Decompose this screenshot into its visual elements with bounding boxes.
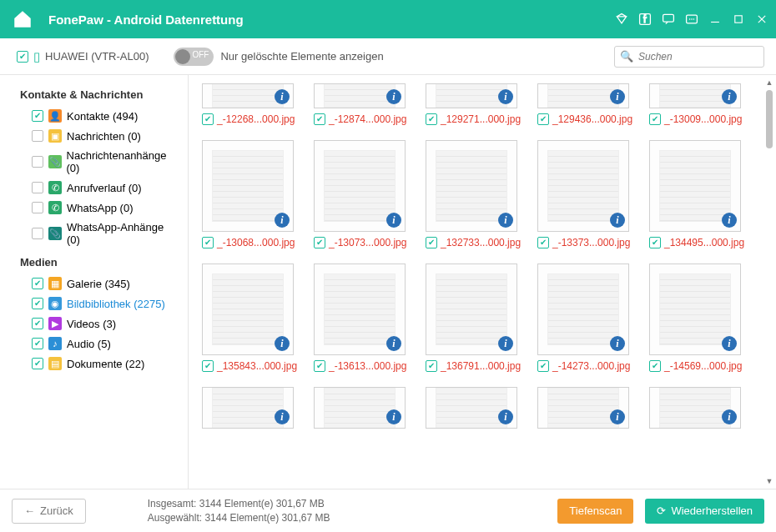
sidebar-checkbox[interactable] [32,130,43,142]
info-icon[interactable]: i [498,409,513,424]
feedback-icon[interactable] [661,12,676,27]
file-checkbox[interactable] [202,237,214,248]
thumbnail-cell[interactable]: i [202,387,294,429]
thumbnail[interactable]: i [202,387,294,429]
file-checkbox[interactable] [537,237,549,248]
info-icon[interactable]: i [275,336,290,351]
sidebar-checkbox[interactable] [32,298,43,309]
sidebar-checkbox[interactable] [32,182,43,193]
thumbnail-cell[interactable]: i_136791...000.jpg [426,263,517,372]
facebook-icon[interactable] [637,12,653,27]
info-icon[interactable]: i [722,336,737,351]
info-icon[interactable]: i [610,336,625,351]
thumbnail-cell[interactable]: i_-14569...000.jpg [649,263,741,372]
back-button[interactable]: ← Zurück [12,499,86,524]
sidebar-item[interactable]: ✆Anrufverlauf (0) [8,178,183,198]
file-checkbox[interactable] [314,113,325,125]
file-checkbox[interactable] [537,113,549,125]
recover-button[interactable]: ⟳ Wiederherstellen [645,499,764,524]
thumbnail-cell[interactable]: i_129271...000.jpg [426,83,517,125]
sidebar-checkbox[interactable] [32,202,43,213]
sidebar-checkbox[interactable] [32,110,43,122]
thumbnail[interactable]: i [426,83,517,108]
file-checkbox[interactable] [426,360,437,372]
thumbnail-cell[interactable]: i [537,387,629,429]
sidebar-checkbox[interactable] [32,318,43,329]
thumbnail-cell[interactable]: i_134495...000.jpg [649,140,741,248]
info-icon[interactable]: i [498,89,513,104]
file-checkbox[interactable] [202,113,214,125]
sidebar-item[interactable]: ◉Bildbibliothek (2275) [8,294,183,314]
thumbnail[interactable]: i [426,387,517,429]
thumbnail-cell[interactable]: i_135843...000.jpg [202,263,294,372]
info-icon[interactable]: i [610,89,625,104]
thumbnail[interactable]: i [314,387,406,429]
file-checkbox[interactable] [649,113,661,125]
thumbnail-cell[interactable]: i [314,387,406,429]
sidebar-item[interactable]: ✆WhatsApp (0) [8,198,183,218]
sidebar-item[interactable]: ▦Galerie (345) [8,274,183,294]
search-box[interactable]: 🔍 [614,46,764,68]
thumbnail-cell[interactable]: i_-14273...000.jpg [537,263,629,372]
info-icon[interactable]: i [386,409,401,424]
thumbnail-cell[interactable]: i_-12268...000.jpg [202,83,294,125]
info-icon[interactable]: i [275,213,290,228]
file-checkbox[interactable] [537,360,549,372]
sidebar-checkbox[interactable] [32,338,43,349]
thumbnail-cell[interactable]: i_-13373...000.jpg [537,140,629,248]
info-icon[interactable]: i [610,213,625,228]
sidebar-item[interactable]: ▤Dokumente (22) [8,354,183,374]
scroll-thumb[interactable] [766,90,773,148]
info-icon[interactable]: i [722,89,737,104]
thumbnail-cell[interactable]: i_129436...000.jpg [537,83,629,125]
thumbnail[interactable]: i [314,263,406,355]
thumbnail-cell[interactable]: i [649,387,741,429]
info-icon[interactable]: i [722,409,737,424]
sidebar-checkbox[interactable] [32,156,43,168]
thumbnail[interactable]: i [537,140,629,232]
vertical-scrollbar[interactable]: ▲ ▼ [764,75,774,489]
thumbnail[interactable]: i [537,83,629,108]
deepscan-button[interactable]: Tiefenscan [557,499,633,524]
thumbnail[interactable]: i [537,263,629,355]
thumbnail-cell[interactable]: i_-13073...000.jpg [314,140,406,248]
thumbnail-cell[interactable]: i_-13009...000.jpg [649,83,741,125]
thumbnail[interactable]: i [426,140,517,232]
thumbnail[interactable]: i [314,83,406,108]
info-icon[interactable]: i [386,89,401,104]
thumbnail[interactable]: i [314,140,406,232]
thumbnail-cell[interactable]: i [426,387,517,429]
info-icon[interactable]: i [610,409,625,424]
device-checkbox[interactable] [17,51,28,63]
thumbnail[interactable]: i [649,387,741,429]
thumbnail-cell[interactable]: i_-13613...000.jpg [314,263,406,372]
deleted-only-toggle[interactable]: OFF Nur gelöschte Elemente anzeigen [174,48,383,66]
info-icon[interactable]: i [498,336,513,351]
thumbnail[interactable]: i [202,140,294,232]
sidebar-checkbox[interactable] [32,278,43,289]
thumbnail-cell[interactable]: i_132733...000.jpg [426,140,517,248]
thumbnail[interactable]: i [649,140,741,232]
sidebar-item[interactable]: 👤Kontakte (494) [8,106,183,126]
info-icon[interactable]: i [722,213,737,228]
thumbnail[interactable]: i [649,83,741,108]
search-input[interactable] [638,51,758,63]
toggle-pill[interactable]: OFF [174,48,214,66]
thumbnail-cell[interactable]: i_-13068...000.jpg [202,140,294,248]
thumbnail[interactable]: i [202,263,294,355]
device-select[interactable]: ▯ HUAWEI (VTR-AL00) [17,49,149,64]
info-icon[interactable]: i [275,409,290,424]
info-icon[interactable]: i [386,336,401,351]
file-checkbox[interactable] [426,237,437,248]
more-icon[interactable] [684,12,699,27]
thumbnail[interactable]: i [202,83,294,108]
thumbnail[interactable]: i [426,263,517,355]
sidebar-checkbox[interactable] [32,358,43,369]
sidebar-item[interactable]: 📎Nachrichtenanhänge (0) [8,146,183,178]
thumbnail[interactable]: i [537,387,629,429]
file-checkbox[interactable] [649,360,661,372]
sidebar-item[interactable]: 📎WhatsApp-Anhänge (0) [8,218,183,249]
maximize-icon[interactable] [731,12,746,27]
file-checkbox[interactable] [202,360,214,372]
info-icon[interactable]: i [275,89,290,104]
